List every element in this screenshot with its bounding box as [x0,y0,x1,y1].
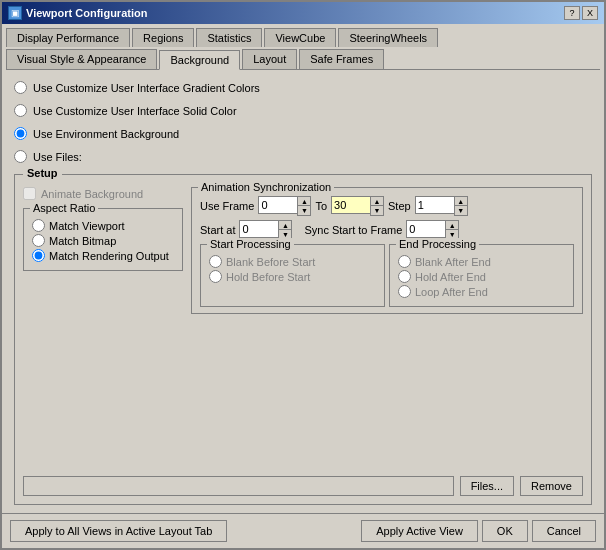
to-input[interactable]: 30 [331,196,371,214]
to-down-btn[interactable]: ▼ [371,206,383,215]
radio-match-rendering[interactable] [32,249,45,262]
hold-after-end: Hold After End [398,270,565,283]
step-spin-btns: ▲ ▼ [454,196,468,216]
step-input[interactable]: 1 [415,196,455,214]
setup-right: Animation Synchronization Use Frame 0 ▲ … [191,187,583,468]
radio-hold-before[interactable] [209,270,222,283]
aspect-match-viewport: Match Viewport [32,219,174,232]
sync-frame-spin-btns: ▲ ▼ [445,220,459,240]
radio-solid-label: Use Customize User Interface Solid Color [33,105,237,117]
window-title: Viewport Configuration [26,7,147,19]
start-at-input[interactable]: 0 [239,220,279,238]
footer-right: Apply Active View OK Cancel [361,520,596,542]
use-frame-spin: 0 ▲ ▼ [258,196,311,216]
tab-visual-style[interactable]: Visual Style & Appearance [6,49,157,69]
blank-after-end: Blank After End [398,255,565,268]
use-frame-input[interactable]: 0 [258,196,298,214]
anim-sync-legend: Animation Synchronization [198,181,334,193]
tab-viewcube[interactable]: ViewCube [264,28,336,47]
radio-hold-after[interactable] [398,270,411,283]
apply-active-button[interactable]: Apply Active View [361,520,478,542]
radio-match-viewport[interactable] [32,219,45,232]
viewport-icon: ▣ [8,6,22,20]
tab-background[interactable]: Background [159,50,240,70]
tab-layout[interactable]: Layout [242,49,297,69]
end-processing-group: End Processing Blank After End Hold Afte… [389,244,574,307]
use-frame-label: Use Frame [200,200,254,212]
file-path-input[interactable] [23,476,454,496]
radio-blank-before[interactable] [209,255,222,268]
apply-all-button[interactable]: Apply to All Views in Active Layout Tab [10,520,227,542]
to-spin-btns: ▲ ▼ [370,196,384,216]
use-frame-down-btn[interactable]: ▼ [298,206,310,215]
radio-match-rendering-label: Match Rendering Output [49,250,169,262]
start-at-up-btn[interactable]: ▲ [279,221,291,230]
radio-option-4: Use Files: [14,147,592,166]
aspect-ratio-legend: Aspect Ratio [30,202,98,214]
step-up-btn[interactable]: ▲ [455,197,467,206]
tab-regions[interactable]: Regions [132,28,194,47]
tab-safe-frames[interactable]: Safe Frames [299,49,384,69]
start-processing-group: Start Processing Blank Before Start Hold… [200,244,385,307]
radio-environment-label: Use Environment Background [33,128,179,140]
radio-loop-after[interactable] [398,285,411,298]
animate-bg-checkbox[interactable] [23,187,36,200]
step-label: Step [388,200,411,212]
radio-gradient[interactable] [14,81,27,94]
ok-button[interactable]: OK [482,520,528,542]
radio-option-2: Use Customize User Interface Solid Color [14,101,592,120]
radio-gradient-label: Use Customize User Interface Gradient Co… [33,82,260,94]
tabs-row-1: Display Performance Regions Statistics V… [2,24,604,47]
step-down-btn[interactable]: ▼ [455,206,467,215]
sync-frame-up-btn[interactable]: ▲ [446,221,458,230]
hold-before-start: Hold Before Start [209,270,376,283]
titlebar-buttons: ? X [564,6,598,20]
blank-before-label: Blank Before Start [226,256,315,268]
tab-steeringwheels[interactable]: SteeringWheels [338,28,438,47]
file-row: Files... Remove [23,476,583,496]
cancel-button[interactable]: Cancel [532,520,596,542]
loop-after-end: Loop After End [398,285,565,298]
close-button[interactable]: X [582,6,598,20]
setup-content: Animate Background Aspect Ratio Match Vi… [15,175,591,504]
radio-blank-after[interactable] [398,255,411,268]
titlebar-left: ▣ Viewport Configuration [8,6,147,20]
aspect-ratio-group: Aspect Ratio Match Viewport Match Bitmap [23,208,183,271]
radio-environment[interactable] [14,127,27,140]
blank-after-label: Blank After End [415,256,491,268]
animate-bg-label: Animate Background [41,188,143,200]
anim-row-2: Start at 0 ▲ ▼ Sync Start to Frame [200,220,574,240]
sync-frame-input[interactable]: 0 [406,220,446,238]
start-at-spin: 0 ▲ ▼ [239,220,292,240]
radio-option-1: Use Customize User Interface Gradient Co… [14,78,592,97]
loop-after-label: Loop After End [415,286,488,298]
footer: Apply to All Views in Active Layout Tab … [2,513,604,548]
aspect-match-bitmap: Match Bitmap [32,234,174,247]
aspect-match-rendering: Match Rendering Output [32,249,174,262]
radio-solid[interactable] [14,104,27,117]
footer-left: Apply to All Views in Active Layout Tab [10,520,227,542]
radio-files[interactable] [14,150,27,163]
use-frame-up-btn[interactable]: ▲ [298,197,310,206]
setup-top: Animate Background Aspect Ratio Match Vi… [23,187,583,468]
remove-button[interactable]: Remove [520,476,583,496]
bottom-proc-groups: Start Processing Blank Before Start Hold… [200,244,574,307]
setup-left: Animate Background Aspect Ratio Match Vi… [23,187,183,468]
radio-match-bitmap[interactable] [32,234,45,247]
tab-display-performance[interactable]: Display Performance [6,28,130,47]
blank-before-start: Blank Before Start [209,255,376,268]
viewport-configuration-window: ▣ Viewport Configuration ? X Display Per… [0,0,606,550]
to-up-btn[interactable]: ▲ [371,197,383,206]
tab-statistics[interactable]: Statistics [196,28,262,47]
hold-before-label: Hold Before Start [226,271,310,283]
files-button[interactable]: Files... [460,476,514,496]
titlebar: ▣ Viewport Configuration ? X [2,2,604,24]
start-proc-legend: Start Processing [207,238,294,250]
sync-frame-label: Sync Start to Frame [304,224,402,236]
start-at-spin-btns: ▲ ▼ [278,220,292,240]
use-frame-spin-btns: ▲ ▼ [297,196,311,216]
help-button[interactable]: ? [564,6,580,20]
step-spin: 1 ▲ ▼ [415,196,468,216]
setup-legend: Setup [23,167,62,179]
animate-background-check: Animate Background [23,187,183,200]
